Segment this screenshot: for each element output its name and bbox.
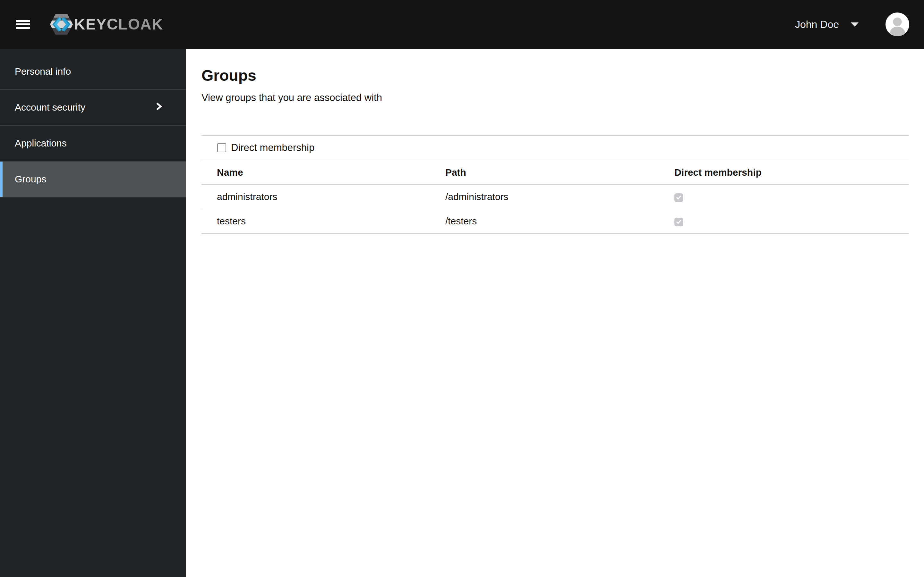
sidebar-item-groups[interactable]: Groups [0, 161, 186, 197]
table-header-row: Name Path Direct membership [202, 160, 909, 185]
cell-group-name: administrators [202, 185, 430, 209]
nav-toggle-button[interactable] [16, 17, 30, 31]
column-header-name: Name [202, 160, 430, 185]
sidebar-item-label: Groups [15, 174, 46, 185]
cell-group-path: /testers [430, 209, 659, 234]
direct-membership-checked-checkbox [674, 193, 683, 202]
sidebar-item-label: Account security [15, 102, 86, 113]
cell-group-path: /administrators [430, 185, 659, 209]
user-name: John Doe [795, 19, 839, 31]
keycloak-logo[interactable]: KEYCLOAK [50, 14, 163, 35]
sidebar-nav: Personal info Account security Applicati… [0, 49, 186, 577]
column-header-path: Path [430, 160, 659, 185]
table-row: testers /testers [202, 209, 909, 234]
keycloak-logo-text: KEYCLOAK [74, 17, 163, 32]
chevron-right-icon [156, 102, 162, 113]
sidebar-item-applications[interactable]: Applications [0, 126, 186, 161]
page-subtitle: View groups that you are associated with [202, 91, 909, 105]
cell-group-name: testers [202, 209, 430, 234]
direct-membership-checked-checkbox [674, 218, 683, 226]
page-title: Groups [202, 67, 909, 85]
main-content: Groups View groups that you are associat… [186, 49, 924, 577]
groups-table-section: Direct membership Name Path Direct membe… [202, 135, 909, 234]
groups-table: Name Path Direct membership administrato… [202, 160, 909, 234]
masthead: KEYCLOAK John Doe [0, 0, 924, 49]
sidebar-item-label: Applications [15, 138, 67, 149]
hamburger-icon [16, 20, 30, 22]
sidebar-item-personal-info[interactable]: Personal info [0, 54, 186, 90]
user-menu-dropdown[interactable]: John Doe [795, 19, 859, 31]
table-row: administrators /administrators [202, 185, 909, 209]
sidebar-item-account-security[interactable]: Account security [0, 90, 186, 126]
table-toolbar: Direct membership [202, 135, 909, 160]
caret-down-icon [851, 23, 859, 27]
direct-membership-filter-checkbox[interactable] [217, 143, 226, 152]
direct-membership-filter-label[interactable]: Direct membership [231, 142, 314, 153]
avatar[interactable] [885, 13, 909, 36]
column-header-direct-membership: Direct membership [659, 160, 909, 185]
sidebar-item-label: Personal info [15, 66, 71, 77]
keycloak-logo-icon [50, 14, 73, 35]
